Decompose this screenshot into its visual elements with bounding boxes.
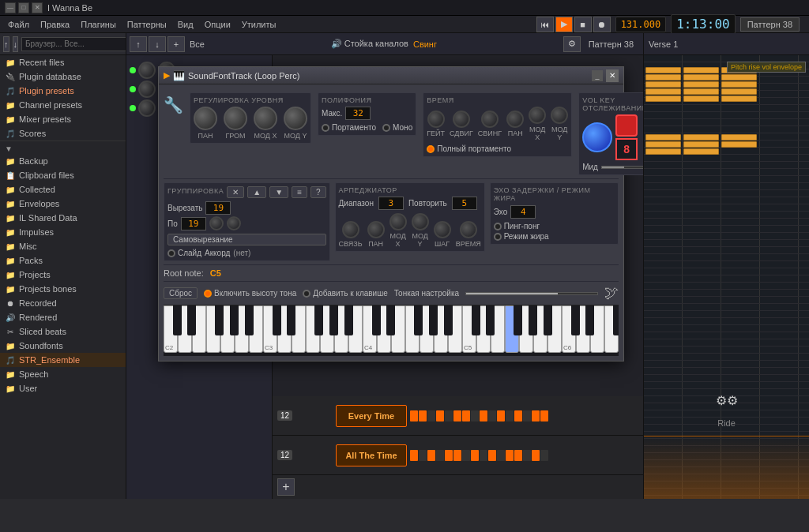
reset-btn[interactable]: Сброс: [164, 287, 198, 299]
sidebar-item-speech[interactable]: 📁 Speech: [0, 367, 126, 381]
sidebar-item-mixer-presets[interactable]: 📁 Mixer presets: [0, 112, 126, 126]
key-cs6[interactable]: [571, 305, 580, 335]
add-channel-btn[interactable]: +: [277, 478, 295, 496]
grouping-x-btn[interactable]: ✕: [227, 186, 244, 198]
key-ds2[interactable]: [187, 305, 196, 335]
step2-on-15[interactable]: [532, 450, 540, 461]
step-on-15[interactable]: [532, 410, 540, 421]
step2-off-14[interactable]: [523, 450, 531, 461]
fine-tune-slider[interactable]: [465, 292, 598, 295]
sidebar-item-plugin-db[interactable]: 🔌 Plugin database: [0, 69, 126, 84]
step-on-1[interactable]: [410, 410, 418, 421]
step-off-3[interactable]: [427, 410, 435, 421]
repeat-spin[interactable]: 5: [452, 197, 477, 210]
sidebar-nav-up[interactable]: ↑: [3, 36, 9, 52]
key-cs2[interactable]: [173, 305, 182, 335]
step2-on-12[interactable]: [506, 450, 514, 461]
key-cs5[interactable]: [472, 305, 480, 335]
time-mody-knob[interactable]: [551, 107, 568, 124]
tool-settings[interactable]: ⚙: [563, 36, 581, 52]
key-ds5[interactable]: [486, 305, 495, 335]
step-on-16[interactable]: [540, 410, 548, 421]
key-ds3[interactable]: [287, 305, 295, 335]
key-fs5[interactable]: [514, 305, 522, 335]
key-gs2[interactable]: [230, 305, 239, 335]
include-pitch-radio[interactable]: Включить высоту тона: [204, 289, 296, 298]
sidebar-item-recent-files[interactable]: 📁 Recent files: [0, 55, 126, 69]
sidebar-item-projects[interactable]: 📁 Projects: [0, 268, 126, 282]
key-gs5[interactable]: [529, 305, 537, 335]
arp-pan-knob[interactable]: [367, 221, 385, 238]
step-on-13[interactable]: [514, 410, 522, 421]
sidebar-item-scores[interactable]: 🎵 Scores: [0, 126, 126, 140]
full-portamento-radio[interactable]: Полный портаменто: [427, 144, 511, 153]
pitch-knob[interactable]: [615, 114, 638, 137]
step2-off-2[interactable]: [419, 450, 427, 461]
channel-vol-knob-2[interactable]: [138, 81, 156, 98]
root-note-value[interactable]: C5: [210, 268, 221, 278]
sidebar-item-backup[interactable]: 📁 Backup: [0, 154, 126, 168]
sidebar-search-input[interactable]: [21, 37, 126, 51]
window-controls[interactable]: — □ ✕: [5, 2, 43, 13]
sidebar-item-str-ensemble[interactable]: 🎵 STR_Ensemble: [0, 353, 126, 367]
time-modx-knob[interactable]: [529, 107, 546, 124]
menu-patterns[interactable]: Паттерны: [122, 18, 171, 31]
portamento-radio[interactable]: Портаменто: [322, 123, 376, 132]
step2-on-10[interactable]: [488, 450, 496, 461]
key-fs4[interactable]: [414, 305, 423, 335]
trk-display[interactable]: 8: [615, 138, 638, 160]
step-off-10[interactable]: [488, 410, 496, 421]
step-on-9[interactable]: [480, 410, 487, 421]
tool-down[interactable]: ↓: [149, 36, 166, 52]
channel-vol-knob-3[interactable]: [138, 99, 156, 117]
key-fs2[interactable]: [215, 305, 224, 335]
key-as5[interactable]: [544, 305, 552, 335]
self-cut-btn[interactable]: Самовырезание: [167, 234, 326, 245]
close-btn[interactable]: ✕: [32, 2, 43, 13]
range-spin[interactable]: 3: [378, 197, 404, 210]
time-pan-knob[interactable]: [506, 111, 524, 128]
grouping-equal-btn[interactable]: ≡: [292, 186, 307, 198]
swing-knob[interactable]: [481, 111, 499, 128]
key-as4[interactable]: [444, 305, 453, 335]
fat-mode-radio[interactable]: Режим жира: [494, 232, 615, 241]
key-cs3[interactable]: [273, 305, 281, 335]
sidebar-item-sliced-beats[interactable]: ✂ Sliced beats: [0, 324, 126, 339]
key-ds6[interactable]: [585, 305, 594, 335]
menu-edit[interactable]: Правка: [36, 18, 74, 31]
sidebar-item-collected[interactable]: 📁 Collected: [0, 182, 126, 197]
sidebar-item-plugin-presets[interactable]: 🎵 Plugin presets: [0, 84, 126, 98]
step-off-8[interactable]: [471, 410, 479, 421]
step2-off-4[interactable]: [436, 450, 444, 461]
transport-play[interactable]: ▶: [555, 17, 573, 32]
mid-slider[interactable]: [601, 166, 643, 169]
mono-radio[interactable]: Моно: [382, 123, 412, 132]
step2-off-16[interactable]: [540, 450, 548, 461]
menu-file[interactable]: Файл: [3, 18, 34, 31]
gate-knob[interactable]: [427, 111, 445, 128]
arp-link-knob[interactable]: [342, 221, 359, 238]
arp-step-knob[interactable]: [434, 221, 451, 238]
sidebar-item-recorded[interactable]: ⏺ Recorded: [0, 296, 126, 310]
arp-modx-knob[interactable]: [389, 213, 407, 230]
sidebar-item-impulses[interactable]: 📁 Impulses: [0, 225, 126, 239]
plugin-close-btn[interactable]: ✕: [606, 69, 619, 82]
plugin-titlebar[interactable]: ▶ 🎹 SoundFontTrack (Loop Perc) _ ✕: [159, 67, 623, 84]
tool-arrow[interactable]: ↑: [130, 36, 147, 52]
modx-knob[interactable]: [254, 107, 277, 130]
key-ds4[interactable]: [386, 305, 395, 335]
grouping-up-btn[interactable]: ▲: [247, 186, 266, 198]
arp-time-knob[interactable]: [460, 221, 477, 238]
echo-spin[interactable]: 4: [510, 205, 536, 219]
key-gs4[interactable]: [429, 305, 438, 335]
step-on-4[interactable]: [436, 410, 444, 421]
step-off-14[interactable]: [523, 410, 531, 421]
step-on-6[interactable]: [453, 410, 461, 421]
vol-knob[interactable]: [224, 107, 247, 130]
ping-pong-radio[interactable]: Пинг-понг: [494, 222, 615, 230]
every-time-block[interactable]: Every Time: [336, 405, 407, 427]
key-cs4[interactable]: [372, 305, 381, 335]
grouping-down-btn[interactable]: ▼: [269, 186, 288, 198]
mody-knob[interactable]: [284, 107, 307, 130]
step2-off-9[interactable]: [480, 450, 487, 461]
